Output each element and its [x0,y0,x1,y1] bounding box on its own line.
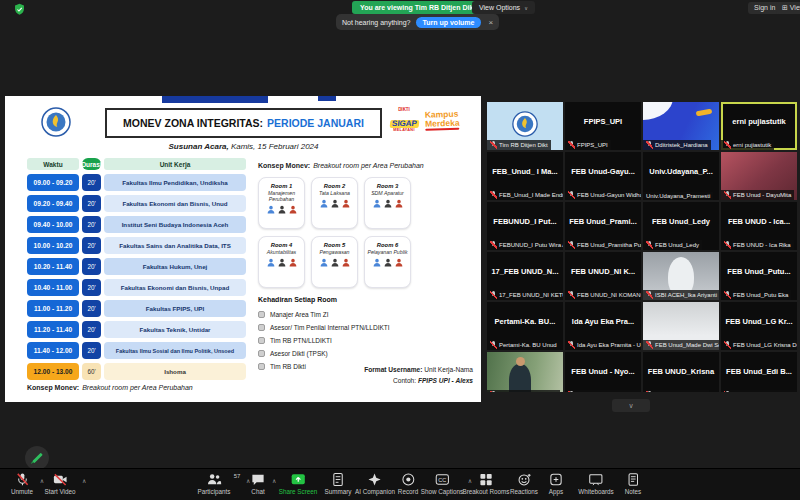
cell-unit: Fakultas Ilmu Pendidikan, Undiksha [104,174,246,191]
chevron-up-icon[interactable]: ∧ [82,477,86,484]
participant-name: FEB UNUD - Ica Rika [733,242,791,248]
kemdikbud-logo [41,107,71,137]
participant-tile[interactable]: FEB UNUD - Ica...FEB UNUD - Ica Rika [721,202,797,250]
apps-button[interactable]: Apps [549,472,564,495]
breakout-rooms-button[interactable]: Breakout Rooms [463,472,510,495]
participant-tile[interactable]: Pertami-Ka. BU...Pertami-Ka. BU Unud [487,302,563,350]
display-name: FEBUNUD_I Put... [487,202,563,240]
cell-durasi: 20' [82,321,101,338]
muted-mic-icon [490,291,497,299]
turn-up-volume-button[interactable]: Turn up volume [416,17,482,28]
share-screen-button[interactable]: Share Screen [279,472,318,495]
participant-tile[interactable]: Dditristek_Hardiana [643,102,719,150]
annotate-button[interactable] [25,446,49,470]
people-icons [365,258,410,267]
display-name: FEB Unud_LG Kr... [721,302,797,340]
participant-tile[interactable]: FPIPS_UPIFPIPS_UPI [565,102,641,150]
muted-mic-icon [568,341,575,349]
cell-durasi: 60' [82,363,101,380]
muted-mic-icon [646,291,653,299]
name-label: erni pujiastutik [721,140,774,150]
chevron-up-icon[interactable]: ∧ [40,477,44,484]
participant-tile[interactable]: Ida Ayu Eka Pra...Ida Ayu Eka Pramita - … [565,302,641,350]
slide-title-text: MONEV ZONA INTEGRITAS: [123,117,263,129]
room-area: SDM Aparatur [365,190,410,196]
share-screen-icon [290,472,305,487]
participant-tile[interactable]: FEBUNUD_I Put...FEBUNUD_I Putu Wira A... [487,202,563,250]
participant-name: FEB Unud_LG Krisna Dewi [733,342,797,348]
muted-mic-icon [490,191,497,199]
cell-waktu: 09.20 - 09.40 [27,195,79,212]
record-button[interactable]: Record [398,472,418,495]
participant-tile[interactable]: ISBI ACEH_Ika Ariyanti [643,252,719,300]
close-icon[interactable]: × [486,18,493,27]
participant-tile[interactable]: Univ.Udayana_P...Univ.Udayana_Pramesti [643,152,719,200]
cell-durasi: 20' [82,279,101,296]
participant-tile[interactable]: FEB Unud_Made Dwi Set... [643,302,719,350]
participant-tile[interactable]: FEB Unud_LG Kr...FEB Unud_LG Krisna Dewi [721,302,797,350]
name-label: FEB Unud-Gayun Widhar... [565,190,641,200]
participant-tile[interactable]: FEB Unud - Nyo...FEB Unud - Nyoman Ras..… [565,352,641,392]
view-layout-button[interactable]: ⊞ View [776,2,800,14]
participant-tile[interactable]: FEB Unud_Putu...FEB Unud_Putu Eka [721,252,797,300]
display-name: FPIPS_UPI [565,102,641,140]
participant-tile[interactable]: FEB Unud - DayuMita [721,152,797,200]
participant-tile[interactable]: FEB Unud_Edi B...FEB Unud_Edi Budiawan [721,352,797,392]
summary-button[interactable]: Summary [325,472,352,495]
cell-waktu: 11.00 - 11.20 [27,300,79,317]
top-bar: You are viewing Tim RB Ditjen Dikti's sc… [0,0,800,30]
notes-button[interactable]: Notes [625,472,641,495]
participant-name: FEB Unud_Made Dwi Set... [655,342,719,348]
participant-tile[interactable]: FEB UNUD_KrisnaFEB UNUD_Krisna [643,352,719,392]
table-row: 11.20 - 11.4020'Fakultas Teknik, Untidar [27,321,247,338]
name-label: Pertami-Ka. BU Unud [487,340,560,350]
bullet-icon [258,350,265,357]
cell-unit: Fakultas Ilmu Sosial dan Ilmu Politik, U… [104,342,246,359]
display-name: Univ.Udayana_P... [643,152,719,190]
table-row: 09.00 - 09.2020'Fakultas Ilmu Pendidikan… [27,174,247,191]
cell-waktu: 12.00 - 13.00 [27,363,79,380]
reactions-button[interactable]: Reactions [510,472,538,495]
participant-tile[interactable]: FEB UNUD_NI K...FEB UNUD_NI KOMANG... [565,252,641,300]
name-label: FEB Unud - DayuMita [721,190,794,200]
whiteboards-button[interactable]: Whiteboards [578,472,613,495]
cell-unit: Ishoma [104,363,246,380]
participant-tile[interactable]: FEB Udayana-Wahyu [487,352,563,392]
participant-name: Tim RB Ditjen Dikt [499,142,548,148]
meeting-security-icon[interactable] [13,3,26,16]
display-name: FEB_Unud_ I Ma... [487,152,563,190]
participant-name: FEB Unud_Putu Eka [733,292,788,298]
chat-button[interactable]: Chat ∧ [251,472,266,495]
name-label: Dditristek_Hardiana [643,140,711,150]
ai-companion-button[interactable]: AI Companion [355,472,395,495]
format-username-block: Format Username: Unit Kerja-Nama Contoh:… [323,365,473,386]
kehadiran-title: Kehadiran Setiap Room [258,296,337,303]
show-captions-button[interactable]: CC Show Captions ∧ [421,472,463,495]
start-video-button[interactable]: Start Video ∧ [44,472,75,495]
participant-name: FEB Unud_Pramitha Pur... [577,242,641,248]
participant-tile[interactable]: FEB Unud_Prami...FEB Unud_Pramitha Pur..… [565,202,641,250]
table-row: 09.40 - 10.0020'Institut Seni Budaya Ind… [27,216,247,233]
participant-tile[interactable]: Tim RB Ditjen Dikt [487,102,563,150]
participant-tile[interactable]: FEB Unud-Gayu...FEB Unud-Gayun Widhar... [565,152,641,200]
name-label: FEB UNUD_NI KOMANG... [565,290,641,300]
unmute-button[interactable]: Unmute ∧ [11,472,33,495]
muted-mic-icon [490,341,497,349]
participant-tile[interactable]: FEB Unud_LedyFEB Unud_Ledy [643,202,719,250]
participant-tile[interactable]: 17_FEB UNUD_N...17_FEB UNUD_NI KETUT... [487,252,563,300]
record-icon [401,472,416,487]
summary-label: Summary [325,488,352,495]
cell-unit: Fakultas Teknik, Untidar [104,321,246,338]
participants-button[interactable]: Participants 57 ∧ [198,472,231,495]
view-options-dropdown[interactable]: View Options∨ [472,1,535,14]
cell-waktu: 10.20 - 11.40 [27,258,79,275]
name-label: FEB Unud_Ledy [643,240,702,250]
name-label: FEB Unud - Nyoman Ras... [565,390,641,392]
participant-tile[interactable]: FEB_Unud_ I Ma...FEB_Unud_I Made Endr... [487,152,563,200]
muted-mic-icon [724,141,731,149]
table-row: 11.00 - 11.2020'Fakultas FPIPS, UPI [27,300,247,317]
gallery-scroll-down-button[interactable]: ∨ [612,399,650,412]
header-durasi: Durasi [82,158,101,170]
chevron-up-icon[interactable]: ∧ [272,477,276,484]
participant-tile-active-speaker[interactable]: erni pujiastutikerni pujiastutik [721,102,797,150]
